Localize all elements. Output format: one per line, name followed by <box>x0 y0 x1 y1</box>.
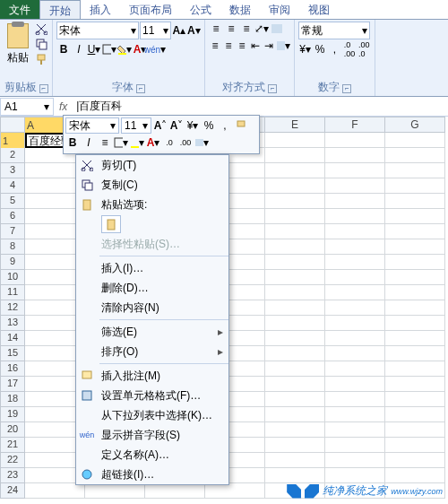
row-header[interactable]: 4 <box>0 178 25 194</box>
orientation-button[interactable]: ⤢▾ <box>254 22 269 36</box>
name-box[interactable]: A1▾ <box>0 98 54 116</box>
cell[interactable] <box>385 209 445 224</box>
cell[interactable] <box>325 270 385 285</box>
mini-currency[interactable]: ¥▾ <box>185 118 200 133</box>
copy-button[interactable] <box>34 37 48 51</box>
cell[interactable] <box>385 361 445 377</box>
cell[interactable] <box>325 148 385 163</box>
cell[interactable] <box>385 331 445 346</box>
cell[interactable] <box>385 377 445 392</box>
col-header-g[interactable]: G <box>385 117 445 133</box>
align-top-button[interactable]: ≡ <box>209 22 223 36</box>
cut-button[interactable] <box>34 22 48 36</box>
bold-button[interactable]: B <box>56 42 71 56</box>
cell[interactable] <box>325 316 385 331</box>
dec-dec-button[interactable]: .00.0 <box>358 42 371 56</box>
format-painter-button[interactable] <box>34 52 48 66</box>
ctx-显示拼音字段(S)[interactable]: wén显示拼音字段(S) <box>76 425 228 445</box>
ctx-粘贴选项:[interactable]: 粘贴选项: <box>76 195 228 214</box>
tab-layout[interactable]: 页面布局 <box>120 0 181 19</box>
select-all-corner[interactable] <box>0 117 25 133</box>
row-header[interactable]: 5 <box>0 194 25 209</box>
ctx-插入(I)…[interactable]: 插入(I)… <box>76 258 228 278</box>
formula-value[interactable]: |百度百科 <box>73 99 448 114</box>
cell[interactable] <box>265 194 325 209</box>
cell[interactable] <box>325 346 385 361</box>
cell[interactable] <box>325 453 385 468</box>
tab-file[interactable]: 文件 <box>0 0 39 19</box>
ctx-item[interactable] <box>76 214 228 234</box>
paste-button[interactable]: 粘贴 <box>4 22 32 65</box>
cell[interactable] <box>85 483 145 499</box>
ctx-删除(D)…[interactable]: 删除(D)… <box>76 278 228 298</box>
cell[interactable] <box>385 255 445 270</box>
align-mid-button[interactable]: ≡ <box>224 22 238 36</box>
cell[interactable] <box>265 453 325 468</box>
cell[interactable] <box>265 285 325 300</box>
mini-bold[interactable]: B <box>65 135 80 150</box>
ctx-插入批注(M)[interactable]: 插入批注(M) <box>76 366 228 386</box>
cell[interactable] <box>385 270 445 285</box>
wrap-button[interactable] <box>270 22 284 36</box>
cell[interactable] <box>265 300 325 316</box>
ctx-定义名称(A)…[interactable]: 定义名称(A)… <box>76 445 228 465</box>
row-header[interactable]: 16 <box>0 361 25 377</box>
row-header[interactable]: 6 <box>0 209 25 224</box>
cell[interactable] <box>25 483 85 499</box>
row-header[interactable]: 17 <box>0 377 25 392</box>
align-left-button[interactable]: ≡ <box>209 39 221 53</box>
cell[interactable] <box>265 255 325 270</box>
mini-decdec[interactable]: .00 <box>178 135 193 150</box>
ctx-从下拉列表中选择(K)…[interactable]: 从下拉列表中选择(K)… <box>76 405 228 425</box>
ctx-清除内容(N)[interactable]: 清除内容(N) <box>76 298 228 317</box>
number-format-select[interactable]: 常规▾ <box>298 22 370 39</box>
cell[interactable] <box>385 316 445 331</box>
cell[interactable] <box>325 422 385 438</box>
cell[interactable] <box>385 407 445 422</box>
cell[interactable] <box>325 438 385 453</box>
ctx-超链接(I)…[interactable]: 超链接(I)… <box>76 465 228 484</box>
ctx-排序(O)[interactable]: 排序(O)▸ <box>76 342 228 361</box>
cell[interactable] <box>385 438 445 453</box>
cell[interactable] <box>265 224 325 239</box>
cell[interactable] <box>265 316 325 331</box>
cell[interactable] <box>265 422 325 438</box>
row-header[interactable]: 11 <box>0 285 25 300</box>
row-header[interactable]: 7 <box>0 224 25 239</box>
row-header[interactable]: 13 <box>0 316 25 331</box>
mini-size-select[interactable]: 11▾ <box>121 117 151 134</box>
cell[interactable] <box>265 377 325 392</box>
align-center-button[interactable]: ≡ <box>222 39 235 53</box>
underline-button[interactable]: U▾ <box>87 42 101 56</box>
merge-button[interactable]: ▾ <box>276 39 290 53</box>
row-header[interactable]: 19 <box>0 407 25 422</box>
cell[interactable] <box>385 239 445 255</box>
mini-comma[interactable]: , <box>218 118 232 133</box>
cell[interactable] <box>325 163 385 178</box>
mini-fontcolor[interactable]: A▾ <box>146 135 160 150</box>
cell[interactable] <box>265 239 325 255</box>
cell[interactable] <box>265 468 325 483</box>
tab-insert[interactable]: 插入 <box>81 0 120 19</box>
row-header[interactable]: 24 <box>0 483 25 499</box>
cell[interactable] <box>325 178 385 194</box>
tab-formula[interactable]: 公式 <box>181 0 220 19</box>
cell[interactable] <box>385 392 445 407</box>
row-header[interactable]: 9 <box>0 255 25 270</box>
cell[interactable] <box>325 407 385 422</box>
cell[interactable] <box>325 255 385 270</box>
row-header[interactable]: 15 <box>0 346 25 361</box>
cell[interactable] <box>385 148 445 163</box>
row-header[interactable]: 18 <box>0 392 25 407</box>
cell[interactable] <box>265 407 325 422</box>
row-header[interactable]: 21 <box>0 438 25 453</box>
grow-font-button[interactable]: A▴ <box>172 23 185 38</box>
cell[interactable] <box>325 194 385 209</box>
tab-view[interactable]: 视图 <box>299 0 339 19</box>
cell[interactable] <box>265 392 325 407</box>
cell[interactable] <box>325 331 385 346</box>
mini-shrink-font[interactable]: A˅ <box>169 118 184 133</box>
cell[interactable] <box>385 133 445 148</box>
row-header[interactable]: 3 <box>0 163 25 178</box>
col-header-f[interactable]: F <box>325 117 385 133</box>
